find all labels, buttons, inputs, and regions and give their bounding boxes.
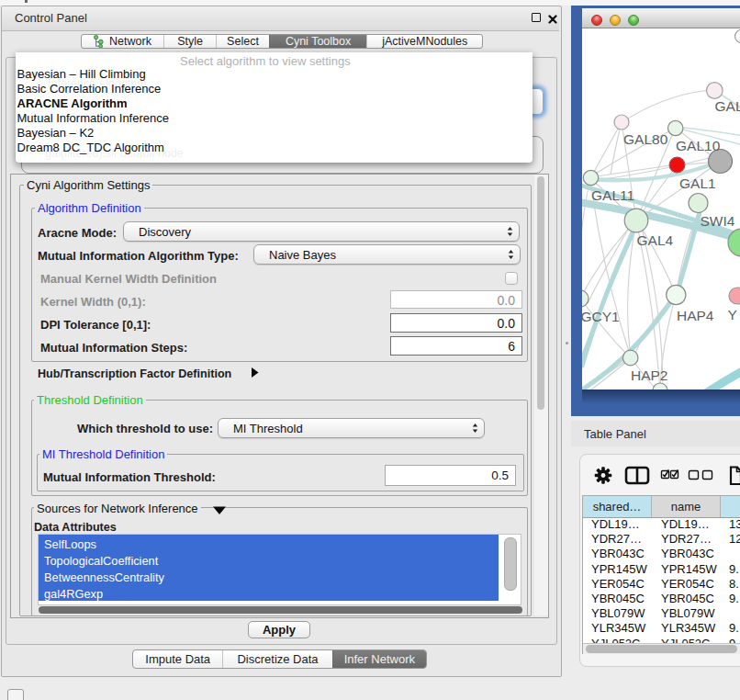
svg-text:GAL11: GAL11	[591, 187, 634, 203]
svg-text:GAL1: GAL1	[679, 175, 716, 191]
svg-text:HAP4: HAP4	[677, 308, 714, 323]
svg-text:GAL80: GAL80	[623, 131, 668, 147]
svg-text:HAP2: HAP2	[631, 367, 668, 383]
svg-text:Y: Y	[728, 307, 737, 322]
svg-text:GAL7: GAL7	[715, 98, 740, 114]
svg-text:GAL10: GAL10	[676, 138, 721, 153]
svg-text:GAL4: GAL4	[637, 232, 674, 248]
svg-text:GCY1: GCY1	[582, 309, 620, 324]
svg-text:SWI4: SWI4	[701, 213, 735, 229]
